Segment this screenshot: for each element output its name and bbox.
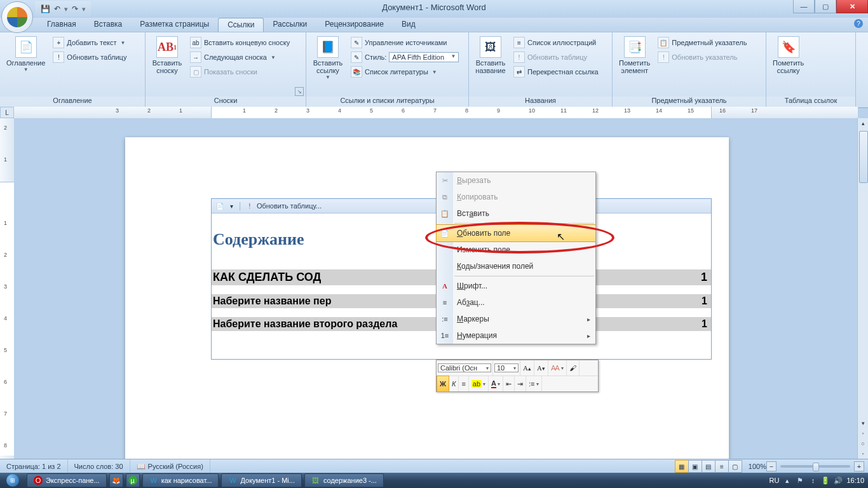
mark-citation-button[interactable]: 🔖 Пометить ссылку [769, 35, 808, 94]
update-figures-button[interactable]: !Обновить таблицу [511, 51, 601, 64]
italic-button[interactable]: К [449, 376, 459, 391]
tab-mailings[interactable]: Рассылки [264, 18, 316, 32]
cm-cut[interactable]: ✂Вырезать [437, 172, 595, 189]
mini-font-select[interactable]: Calibri (Осн▾ [438, 363, 491, 372]
format-painter-button[interactable]: 🖌 [567, 360, 580, 376]
page-status[interactable]: Страница: 1 из 2 [0, 459, 68, 473]
toc-field-icon[interactable]: 📄 [215, 201, 224, 210]
bold-button[interactable]: Ж [437, 376, 449, 392]
scroll-down-button[interactable]: ▾ [858, 418, 868, 428]
styles-button[interactable]: Ꜳ▾ [548, 360, 567, 376]
update-index-button[interactable]: !Обновить указатель [655, 51, 749, 64]
tab-page-layout[interactable]: Разметка страницы [131, 18, 218, 32]
tab-view[interactable]: Вид [393, 18, 424, 32]
mark-entry-button[interactable]: 📑 Пометить элемент [615, 35, 654, 94]
taskbar-utorrent[interactable]: µ [126, 473, 140, 487]
tab-references[interactable]: Ссылки [218, 18, 264, 32]
horizontal-ruler[interactable]: 3211234567891011121314151617 [14, 107, 858, 119]
tray-icon[interactable]: ▴ [783, 476, 792, 485]
update-toc-link[interactable]: Обновить таблицу... [257, 202, 322, 210]
tab-insert[interactable]: Вставка [85, 18, 132, 32]
prev-page-button[interactable]: ◦ [858, 428, 868, 438]
zoom-slider[interactable] [780, 465, 850, 468]
clock[interactable]: 16:10 [846, 477, 864, 484]
lang-indicator[interactable]: RU [770, 477, 780, 484]
document-area[interactable]: 📄 ▾ │ ! Обновить таблицу... Содержание К… [14, 118, 858, 459]
zoom-out-button[interactable]: − [766, 461, 776, 471]
taskbar-item[interactable]: OЭкспресс-пане... [27, 473, 107, 487]
decrease-indent-button[interactable]: ⇤ [503, 376, 515, 391]
cm-bullets[interactable]: :≡Маркеры▸ [437, 311, 595, 327]
insert-caption-button[interactable]: 🖼 Вставить название [471, 35, 510, 94]
increase-indent-button[interactable]: ⇥ [515, 376, 526, 391]
center-align-button[interactable]: ≡ [459, 376, 468, 391]
page[interactable]: 📄 ▾ │ ! Обновить таблицу... Содержание К… [125, 137, 729, 459]
minimize-button[interactable]: — [793, 0, 815, 13]
cm-edit-field[interactable]: Изменить поле... [437, 241, 595, 258]
chevron-down-icon[interactable]: ▾ [227, 201, 236, 210]
show-notes-button[interactable]: ▢Показать сноски [187, 65, 292, 78]
vertical-ruler[interactable]: 2112345678 [0, 118, 15, 459]
tray-icon[interactable]: ↕ [808, 476, 817, 485]
help-icon[interactable]: ? [854, 19, 863, 28]
battery-icon[interactable]: 🔋 [821, 476, 830, 485]
zoom-in-button[interactable]: + [854, 461, 864, 471]
tab-review[interactable]: Рецензирование [316, 18, 393, 32]
cross-reference-button[interactable]: ⇄Перекрестная ссылка [511, 65, 601, 78]
web-layout-view[interactable]: ▤ [702, 460, 715, 473]
redo-icon[interactable]: ↷ [70, 4, 80, 14]
highlight-button[interactable]: ab▾ [469, 376, 489, 391]
manage-sources-button[interactable]: ✎Управление источниками [348, 36, 461, 49]
insert-index-button[interactable]: 📋Предметный указатель [655, 36, 749, 49]
bullets-mini-button[interactable]: :≡▾ [526, 376, 541, 391]
insert-citation-button[interactable]: 📘 Вставить ссылку▼ [309, 35, 347, 94]
taskbar-item[interactable]: 🖼содержание3 -... [304, 473, 384, 487]
start-button[interactable]: ⊞ [0, 473, 25, 488]
update-table-button[interactable]: !Обновить таблицу [50, 51, 129, 64]
cm-paste[interactable]: 📋Вставить [437, 205, 595, 222]
office-button[interactable] [1, 1, 33, 33]
browse-object-button[interactable]: ○ [858, 438, 868, 449]
volume-icon[interactable]: 🔊 [834, 476, 843, 485]
bibliography-button[interactable]: 📚Список литературы▼ [348, 65, 461, 78]
fullscreen-reading-view[interactable]: ▣ [688, 460, 702, 473]
scroll-up-button[interactable]: ▴ [858, 118, 868, 128]
taskbar-firefox[interactable]: 🦊 [109, 473, 123, 487]
shrink-font-button[interactable]: A▾ [534, 360, 548, 376]
print-layout-view[interactable]: ▦ [675, 460, 689, 473]
cm-numbering[interactable]: 1≡Нумерация▸ [437, 327, 595, 344]
mini-size-select[interactable]: 10▾ [494, 363, 519, 372]
flag-icon[interactable]: ⚑ [796, 476, 804, 485]
toc-button[interactable]: 📄 Оглавление▼ [3, 35, 49, 94]
scroll-thumb[interactable] [859, 131, 868, 183]
taskbar-item[interactable]: WДокумент1 - Mi... [221, 473, 301, 487]
qat-customize[interactable]: ▾ [82, 5, 86, 13]
insert-endnote-button[interactable]: abВставить концевую сноску [187, 36, 292, 49]
cm-paragraph[interactable]: ≡Абзац... [437, 294, 595, 311]
cm-update-field[interactable]: 📄Обновить поле [436, 224, 596, 242]
footnotes-dialog-launcher[interactable]: ↘ [295, 87, 304, 96]
figures-list-button[interactable]: ≡Список иллюстраций [511, 36, 601, 49]
word-count[interactable]: Число слов: 30 [68, 459, 130, 473]
add-text-button[interactable]: +Добавить текст▼ [50, 36, 129, 49]
maximize-button[interactable]: ▢ [815, 0, 836, 13]
cm-font[interactable]: AШрифт... [437, 278, 595, 294]
citation-style-select[interactable]: APA Fifth Edition▼ [389, 52, 459, 62]
close-button[interactable]: ✕ [836, 0, 868, 13]
cm-field-codes[interactable]: Коды/значения полей [437, 258, 595, 274]
font-color-button[interactable]: A▾ [489, 376, 503, 391]
draft-view[interactable]: ▢ [728, 460, 742, 473]
undo-icon[interactable]: ↶ [52, 4, 62, 14]
grow-font-button[interactable]: A▴ [520, 360, 534, 376]
taskbar-item[interactable]: Wкак нарисоват... [142, 473, 219, 487]
outline-view[interactable]: ≡ [715, 460, 729, 473]
ruler-corner[interactable]: L [0, 107, 14, 118]
tab-home[interactable]: Главная [38, 18, 85, 32]
zoom-level[interactable]: 100% [749, 463, 766, 470]
insert-footnote-button[interactable]: AB1 Вставить сноску [148, 35, 186, 94]
update-toc-icon[interactable]: ! [245, 201, 254, 210]
vertical-scrollbar[interactable]: ▴ ▾ ◦ ○ ◦ [857, 118, 868, 459]
next-footnote-button[interactable]: →Следующая сноска▼ [187, 51, 292, 64]
proofing-status[interactable]: 📖Русский (Россия) [130, 459, 210, 473]
cm-copy[interactable]: ⧉Копировать [437, 189, 595, 205]
